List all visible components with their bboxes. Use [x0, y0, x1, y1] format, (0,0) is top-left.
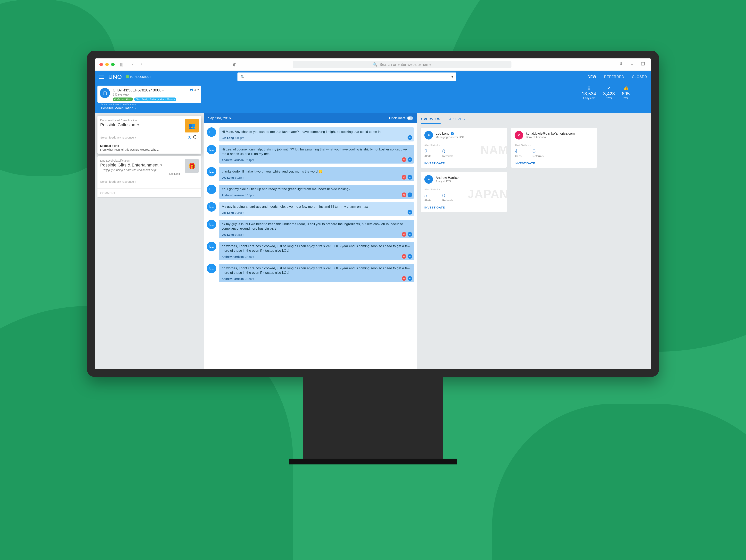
stats-heading: Alert Statistics — [424, 144, 503, 147]
chat-message[interactable]: LLno worries, I dont care hos it cooked,… — [207, 242, 414, 260]
search-dropdown-icon[interactable]: ▾ — [452, 75, 453, 79]
browser-omnibox[interactable]: 🔍 Search or enter website name — [293, 61, 512, 68]
tab-referred[interactable]: REFERRED — [604, 75, 624, 79]
chat-message[interactable]: LLok my guy is in, but we need to keep t… — [207, 220, 414, 238]
flag-icon[interactable]: ⊖ — [402, 157, 406, 162]
search-icon: 🔍 — [240, 75, 245, 79]
message-bubble: Hi Mate, Any chance you can do me that f… — [219, 128, 414, 141]
chat-message[interactable]: LLYo, i got my side all tied up and read… — [207, 185, 414, 199]
referrals-stat: 0Referrals — [442, 148, 454, 158]
tab-overview[interactable]: OVERVIEW — [421, 117, 440, 124]
comment-icon[interactable]: 💬3 — [193, 135, 199, 140]
message-text: Hi Mate, Any chance you can do me that f… — [222, 130, 411, 134]
comment-input[interactable]: COMMENT — [97, 188, 201, 197]
verified-icon: ✓ — [451, 132, 454, 135]
classification-card: Document Level Classification Possible C… — [97, 116, 201, 153]
chat-message[interactable]: LLMy guy is being a hard ass and needs h… — [207, 202, 414, 216]
investigate-button[interactable]: INVESTIGATE — [424, 206, 503, 209]
class-attribution: - Lee Long — [100, 172, 182, 177]
flag-icon[interactable]: ⊖ — [402, 175, 406, 179]
investigate-button[interactable]: INVESTIGATE — [424, 162, 503, 165]
flag-icon[interactable]: ⊖ — [402, 276, 406, 281]
app-search[interactable]: 🔍 ▾ — [237, 73, 456, 81]
class-caption: Document Level Classification — [100, 119, 182, 122]
comment-body: From what I can tell this was pre-cleare… — [97, 148, 201, 153]
tag-icon[interactable]: ● — [407, 193, 412, 197]
message-bubble: thanks dude, ill make it worth your whil… — [219, 167, 414, 181]
message-text: no worries, I dont care hos it cooked, j… — [222, 244, 411, 253]
flag-icon[interactable]: ⊖ — [402, 254, 406, 259]
message-bubble: Hi Lee, of course i can help, thats my j… — [219, 145, 414, 164]
sidebar-toggle-icon[interactable]: ▥ — [118, 61, 125, 68]
right-tabs: OVERVIEW ACTIVITY — [421, 117, 648, 124]
doc-class-value[interactable]: Possible Manipulation — [101, 106, 198, 110]
class-title[interactable]: Possible Gifts & Entertainment — [100, 163, 182, 168]
chat-message[interactable]: LLHi Mate, Any chance you can do me that… — [207, 128, 414, 141]
alerts-stat: 2Alerts — [424, 148, 431, 158]
browser-chrome: ▥ 〈 〉 ◐ 🔍 Search or enter website name ⬇… — [95, 58, 651, 71]
omnibox-placeholder: Search or enter website name — [379, 62, 432, 67]
tag-icon[interactable]: ● — [407, 232, 412, 236]
window-close-icon[interactable] — [99, 63, 103, 66]
message-meta: Andrew Harrison5:16pm — [222, 193, 411, 197]
chat-message[interactable]: LLthanks dude, ill make it worth your wh… — [207, 167, 414, 181]
new-tab-icon[interactable]: ＋ — [628, 61, 636, 68]
people-icon: 👥 — [190, 88, 194, 91]
feedback-select[interactable]: Select feedback response — [97, 178, 201, 186]
flag-icon[interactable]: ⊖ — [402, 232, 406, 236]
case-chip: Direct Foreign Exchange • Local Markets — [134, 97, 176, 101]
investigate-button[interactable]: INVESTIGATE — [515, 162, 594, 165]
message-meta: Lee Long5:09pm — [222, 136, 411, 140]
flag-icon[interactable]: ⊖ — [402, 193, 406, 197]
alerts-stat: 4Alerts — [515, 148, 522, 158]
message-text: Yo, i got my side all tied up and ready … — [222, 187, 411, 192]
tag-icon[interactable]: ● — [407, 157, 412, 162]
window-zoom-icon[interactable] — [111, 63, 115, 66]
chevron-down-icon[interactable]: ▾ — [197, 88, 199, 91]
avatar: LL — [207, 202, 216, 212]
app-sublogo: TOTAL CONDUCT — [126, 76, 151, 78]
profile-name: ken.d.lewis@bankofamerica.com — [526, 132, 575, 136]
chat-message[interactable]: LLHi Lee, of course i can help, thats my… — [207, 145, 414, 164]
nav-forward-icon[interactable]: 〉 — [139, 61, 146, 68]
chat-header: Sep 2nd, 2016 Disclaimers — [204, 113, 417, 123]
avatar: LL — [207, 242, 216, 251]
profile-title: Bank of America — [526, 136, 575, 139]
tag-icon[interactable]: ● — [407, 175, 412, 179]
disclaimers-toggle[interactable] — [407, 116, 413, 120]
info-icon[interactable]: ⓘ — [188, 135, 191, 140]
feedback-select[interactable]: Select feedback response ⓘ 💬3 — [97, 134, 201, 142]
shield-icon[interactable]: ◐ — [231, 61, 238, 68]
chat-message[interactable]: LLno worries, I dont care hos it cooked,… — [207, 264, 414, 282]
class-title[interactable]: Possible Collusion — [100, 122, 182, 128]
tab-new[interactable]: NEW — [587, 75, 596, 79]
tab-closed[interactable]: CLOSED — [632, 75, 647, 79]
profile-name: Lee Long✓ — [436, 132, 464, 136]
message-text: thanks dude, ill make it worth your whil… — [222, 169, 411, 174]
nav-back-icon[interactable]: 〈 — [128, 61, 136, 68]
tag-icon[interactable]: ● — [407, 276, 412, 281]
stat-card: ✔ 3,423 32/hr — [603, 86, 615, 100]
avatar: citi — [424, 131, 433, 140]
tab-activity[interactable]: ACTIVITY — [449, 117, 466, 124]
window-traffic-lights — [99, 63, 115, 66]
message-meta: Lee Long9:34am — [222, 211, 411, 215]
tabs-icon[interactable]: ❐ — [639, 61, 647, 68]
tag-icon[interactable]: ● — [407, 135, 412, 140]
sublogo-icon — [126, 76, 129, 78]
tag-icon[interactable]: ● — [407, 254, 412, 259]
participant-count: 👥 4 ▾ — [190, 88, 199, 91]
case-card[interactable]: ▢ CHAT-fs:56EF57820248006F 3 Days Ago Co… — [97, 86, 201, 103]
avatar: LL — [207, 264, 216, 273]
menu-icon[interactable] — [99, 75, 104, 79]
chat-transcript: LLHi Mate, Any chance you can do me that… — [204, 123, 417, 369]
header-stats: 🖥 13,534 4 days old ✔ 3,423 32/hr 👍 895 … — [577, 83, 651, 113]
thumbs-up-icon: 👍 — [622, 86, 630, 91]
tag-icon[interactable]: ● — [407, 210, 412, 215]
window-minimize-icon[interactable] — [105, 63, 109, 66]
class-caption: Line Level Classification — [100, 159, 182, 162]
avatar: citi — [424, 175, 433, 184]
chat-date: Sep 2nd, 2016 — [208, 116, 231, 120]
download-icon[interactable]: ⬇ — [618, 61, 624, 68]
avatar: LL — [207, 145, 216, 155]
